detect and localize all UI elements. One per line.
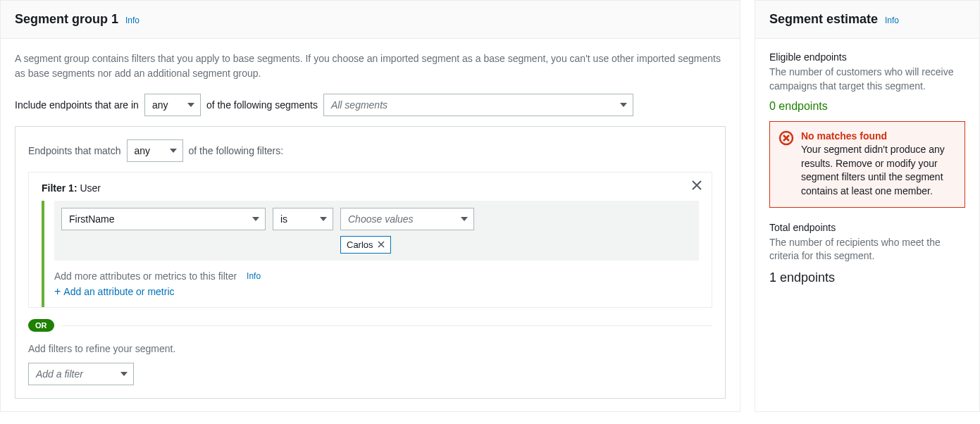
filter-card: Filter 1: User FirstName	[28, 172, 712, 308]
filter-title: Filter 1: User	[42, 182, 699, 194]
include-mode-select[interactable]: any	[144, 94, 201, 116]
close-icon	[692, 180, 702, 190]
remove-filter-button[interactable]	[692, 180, 702, 192]
side-title: Segment estimate	[769, 12, 878, 26]
total-count: 1 endpoints	[769, 270, 965, 285]
chevron-down-icon	[187, 103, 194, 107]
operator-select[interactable]: is	[273, 208, 333, 230]
panel-header: Segment group 1 Info	[1, 1, 740, 39]
values-select[interactable]: Choose values	[340, 208, 474, 230]
divider-line	[61, 325, 713, 326]
filters-box: Endpoints that match any of the followin…	[15, 126, 726, 399]
chevron-down-icon	[620, 103, 627, 107]
chip-label: Carlos	[347, 239, 373, 250]
chevron-down-icon	[120, 372, 128, 376]
chevron-down-icon	[461, 217, 468, 221]
eligible-description: The number of customers who will receive…	[769, 66, 965, 93]
chevron-down-icon	[170, 149, 177, 153]
info-link[interactable]: Info	[125, 15, 139, 25]
match-row: Endpoints that match any of the followin…	[28, 139, 712, 162]
or-pill: OR	[28, 319, 54, 332]
segments-select[interactable]: All segments	[323, 94, 633, 116]
chevron-down-icon	[320, 217, 327, 221]
remove-chip-button[interactable]	[378, 239, 385, 250]
info-link[interactable]: Info	[885, 15, 899, 25]
segment-estimate-panel: Segment estimate Info Eligible endpoints…	[755, 0, 980, 412]
attribute-value: FirstName	[69, 213, 115, 225]
alert-title: No matches found	[801, 130, 956, 142]
no-matches-alert: No matches found Your segment didn't pro…	[769, 121, 965, 207]
include-row: Include endpoints that are in any of the…	[15, 94, 726, 116]
info-link[interactable]: Info	[247, 271, 261, 281]
eligible-section: Eligible endpoints The number of custome…	[769, 51, 965, 208]
hint-text: Add more attributes or metrics to this f…	[54, 270, 237, 282]
alert-text: Your segment didn't produce any results.…	[801, 143, 956, 198]
values-placeholder: Choose values	[348, 213, 414, 225]
total-section: Total endpoints The number of recipients…	[769, 222, 965, 285]
match-prefix-label: Endpoints that match	[28, 145, 121, 156]
chevron-down-icon	[252, 217, 259, 221]
filter-type: User	[80, 182, 101, 194]
panel-title: Segment group 1	[15, 12, 118, 26]
filter-label: Filter 1:	[42, 182, 77, 194]
eligible-count: 0 endpoints	[769, 100, 965, 113]
segment-group-panel: Segment group 1 Info A segment group con…	[0, 0, 740, 412]
match-mode-value: any	[135, 145, 151, 156]
error-icon	[779, 130, 794, 198]
refine-hint: Add filters to refine your segment.	[28, 343, 712, 354]
add-attribute-button[interactable]: + Add an attribute or metric	[54, 286, 175, 297]
operator-value: is	[280, 213, 287, 225]
value-chip: Carlos	[340, 236, 391, 254]
eligible-heading: Eligible endpoints	[769, 51, 965, 63]
attribute-select[interactable]: FirstName	[61, 208, 266, 230]
include-mode-value: any	[152, 99, 168, 111]
add-attribute-hint: Add more attributes or metrics to this f…	[54, 270, 699, 282]
add-filter-select[interactable]: Add a filter	[28, 363, 134, 385]
filter-accent-bar	[42, 201, 44, 307]
include-suffix-label: of the following segments	[206, 99, 318, 111]
close-icon	[378, 241, 385, 248]
total-description: The number of recipients who meet the cr…	[769, 236, 965, 263]
or-divider: OR	[28, 319, 712, 332]
plus-icon: +	[54, 286, 61, 297]
total-heading: Total endpoints	[769, 222, 965, 233]
panel-description: A segment group contains filters that yo…	[15, 51, 726, 81]
add-filter-placeholder: Add a filter	[36, 368, 83, 380]
match-mode-select[interactable]: any	[127, 139, 183, 162]
add-attribute-label: Add an attribute or metric	[63, 286, 174, 297]
segments-placeholder: All segments	[331, 99, 387, 111]
match-suffix-label: of the following filters:	[189, 145, 284, 156]
filter-criteria-row: FirstName is Choose values	[54, 201, 699, 261]
include-prefix-label: Include endpoints that are in	[15, 99, 139, 111]
side-header: Segment estimate Info	[755, 1, 979, 39]
